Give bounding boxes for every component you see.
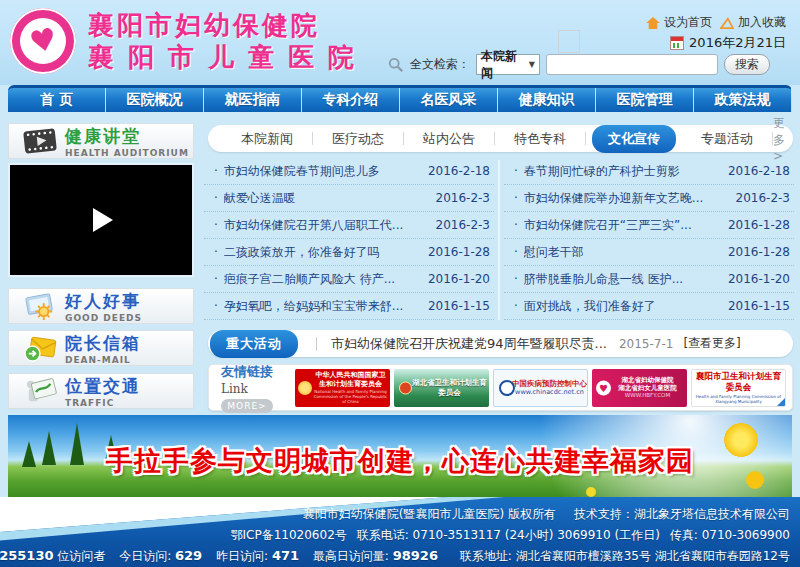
tab-hospital-news[interactable]: 本院新闻 xyxy=(222,132,313,145)
sidebar-item-traffic[interactable]: 位置交通 TRAFFIC xyxy=(8,373,194,409)
bullet: · xyxy=(514,164,518,178)
news-item[interactable]: ·市妇幼保健院春节期间患儿多2016-2-18 xyxy=(204,158,494,185)
news-title: 市妇幼保健院召开“三严三实”... xyxy=(524,217,728,234)
quick-links: 设为首页 加入收藏 xyxy=(646,14,786,31)
fax-text: 传真: 0710-3069900 xyxy=(670,528,790,542)
chevron-down-icon: ▼ xyxy=(529,60,535,69)
news-item[interactable]: ·献爱心送温暖2016-2-3 xyxy=(204,185,494,212)
sidebar-item-good-deeds[interactable]: 好人好事 GOOD DEEDS xyxy=(8,288,194,324)
nav-item-overview[interactable]: 医院概况 xyxy=(106,88,204,112)
news-item[interactable]: ·慰问老干部2016-1-28 xyxy=(504,239,794,266)
search-input[interactable] xyxy=(546,54,718,75)
partner-logo-xiangyang-health-commission[interactable]: 襄阳市卫生和计划生育委员会 Health and Family Planning… xyxy=(691,369,786,407)
tab-special-departments[interactable]: 特色专科 xyxy=(495,132,586,145)
nav-item-home[interactable]: 首 页 xyxy=(8,88,106,112)
links-more-button[interactable]: MORE> xyxy=(221,399,273,413)
set-home-label: 设为首页 xyxy=(664,14,712,31)
friendship-links-label: 友情链接 Link MORE> xyxy=(221,363,295,413)
column-divider xyxy=(498,160,500,320)
set-home-link[interactable]: 设为首页 xyxy=(646,14,712,31)
add-favorite-link[interactable]: 加入收藏 xyxy=(720,14,786,31)
major-event-badge[interactable]: 重大活动 xyxy=(210,330,298,358)
tab-medical-trends[interactable]: 医疗动态 xyxy=(313,132,404,145)
nav-item-management[interactable]: 医院管理 xyxy=(596,88,694,112)
bullet: · xyxy=(214,191,218,205)
nav-item-guide[interactable]: 就医指南 xyxy=(204,88,302,112)
search-category-select[interactable]: 本院新闻 ▼ xyxy=(476,54,540,75)
nav-item-policy[interactable]: 政策法规 xyxy=(694,88,792,112)
news-item[interactable]: ·春节期间忙碌的产科护士剪影2016-2-18 xyxy=(504,158,794,185)
sun-photo-icon xyxy=(23,292,57,320)
yesterday-label: 昨日访问: xyxy=(216,549,268,563)
nav-item-health-knowledge[interactable]: 健康知识 xyxy=(498,88,596,112)
news-column-left: ·市妇幼保健院春节期间患儿多2016-2-18 ·献爱心送温暖2016-2-3 … xyxy=(204,158,494,324)
tab-site-notices[interactable]: 站内公告 xyxy=(404,132,495,145)
partner-logo-china-cdc[interactable]: 中国疾病预防控制中心 www.chinacdc.net.cn xyxy=(493,369,588,407)
max-label: 最高日访问量: xyxy=(313,549,389,563)
sidebar-label-zh: 好人好事 xyxy=(65,290,142,313)
nav-item-doctors[interactable]: 名医风采 xyxy=(400,88,498,112)
search-button[interactable]: 搜索 xyxy=(724,54,770,75)
phone-text: 联系电话: 0710-3513117 (24小时) 3069910 (工作日) xyxy=(357,528,660,542)
header: ♥ 襄阳市妇幼保健院 襄阳市儿童医院 设为首页 加入收藏 2016年2月21日 xyxy=(0,0,800,85)
news-date: 2016-2-3 xyxy=(436,218,490,232)
partner-logo-hubei-mch-hospital[interactable]: ♥ 湖北省妇幼保健院 湖北省妇女儿童医院 WWW.HBFY.COM xyxy=(592,369,687,407)
footer-line-stats: 您是本站第 1255130 位访问者 今日访问: 629 昨日访问: 471 最… xyxy=(0,548,790,565)
news-item[interactable]: ·市妇幼保健院召开第八届职工代...2016-2-3 xyxy=(204,212,494,239)
nav-item-departments[interactable]: 专科介绍 xyxy=(302,88,400,112)
news-tabbar: 本院新闻 医疗动态 站内公告 特色专科 文化宣传 专题活动 更多> xyxy=(208,125,793,152)
links-title-zh: 友情链接 xyxy=(221,364,273,379)
news-item[interactable]: ·疤痕子宫二胎顺产风险大 待产...2016-1-20 xyxy=(204,266,494,293)
content: 健康讲堂 HEALTH AUDITORIUM 好人好事 xyxy=(0,112,800,415)
today-count: 629 xyxy=(175,548,202,563)
news-lists: ·市妇幼保健院春节期间患儿多2016-2-18 ·献爱心送温暖2016-2-3 … xyxy=(204,158,794,324)
logo-text: 襄阳市卫生和计划生育委员会 xyxy=(692,371,785,392)
news-date: 2016-2-18 xyxy=(428,164,490,178)
news-item[interactable]: ·市妇幼保健院召开“三严三实”...2016-1-28 xyxy=(504,212,794,239)
tab-special-activities[interactable]: 专题活动 xyxy=(682,132,773,145)
sidebar-item-health-lecture[interactable]: 健康讲堂 HEALTH AUDITORIUM xyxy=(8,123,194,159)
news-date: 2016-1-15 xyxy=(728,299,790,313)
major-event-band: 重大活动 市妇幼保健院召开庆祝建党94周年暨履职尽责... 2015-7-1 [… xyxy=(208,330,793,357)
news-title: 二孩政策放开，你准备好了吗 xyxy=(224,244,428,261)
news-item[interactable]: ·孕妇氧吧，给妈妈和宝宝带来舒...2016-1-15 xyxy=(204,293,494,320)
bullet: · xyxy=(214,272,218,286)
news-item[interactable]: ·市妇幼保健院举办迎新年文艺晚...2016-2-3 xyxy=(504,185,794,212)
sidebar-item-dean-mail[interactable]: 院长信箱 DEAN-MAIL xyxy=(8,330,194,366)
bookmark-icon xyxy=(720,17,734,29)
visitor-count: 1255130 xyxy=(0,548,54,563)
sidebar-label-zh: 健康讲堂 xyxy=(65,125,189,148)
max-count: 98926 xyxy=(393,548,438,563)
visitors-suffix: 位访问者 xyxy=(57,549,105,563)
partner-logo-hubei-health-commission[interactable]: 湖北省卫生和计划生育委员会 xyxy=(394,369,489,407)
news-title: 面对挑战，我们准备好了 xyxy=(524,298,728,315)
hospital-logo-inner: ♥ xyxy=(20,18,66,64)
news-date: 2016-1-20 xyxy=(428,272,490,286)
news-title: 孕妇氧吧，给妈妈和宝宝带来舒... xyxy=(224,298,428,315)
banner-slogan: 手拉手参与文明城市创建，心连心共建幸福家园 xyxy=(8,443,792,479)
search-bar: 全文检索： 本院新闻 ▼ 搜索 xyxy=(388,54,770,75)
placeholder-box xyxy=(558,30,580,53)
major-event-more-link[interactable]: [查看更多] xyxy=(683,335,740,352)
hospital-name-line2: 襄阳市儿童医院 xyxy=(88,41,368,73)
magnifier-icon xyxy=(388,57,404,73)
divider xyxy=(316,337,317,351)
news-item[interactable]: ·脐带脱垂胎儿命悬一线 医护...2016-1-20 xyxy=(504,266,794,293)
current-date: 2016年2月21日 xyxy=(689,34,786,52)
news-item-clipped[interactable]: ·市妇幼保健院干部党员学习《准则》和...2016-1-15 xyxy=(204,320,494,324)
date-row: 2016年2月21日 xyxy=(670,34,786,52)
video-player[interactable] xyxy=(8,163,194,277)
news-item[interactable]: ·二孩政策放开，你准备好了吗2016-1-28 xyxy=(204,239,494,266)
partner-logo-national-health-commission[interactable]: 中华人民共和国国家卫生和计划生育委员会 National Health and … xyxy=(295,369,390,407)
tab-culture-active[interactable]: 文化宣传 xyxy=(592,125,676,153)
news-title: 慰问老干部 xyxy=(524,244,728,261)
tabs-more-link[interactable]: 更多> xyxy=(773,115,785,163)
globe-icon xyxy=(499,380,515,396)
news-title: 脐带脱垂胎儿命悬一线 医护... xyxy=(524,271,728,288)
news-date: 2016-1-28 xyxy=(728,245,790,259)
major-event-title[interactable]: 市妇幼保健院召开庆祝建党94周年暨履职尽责... xyxy=(331,335,607,353)
news-item[interactable]: ·面对挑战，我们准备好了2016-1-15 xyxy=(504,293,794,320)
today-label: 今日访问: xyxy=(119,549,171,563)
news-date: 2016-1-28 xyxy=(428,245,490,259)
copyright-text: 襄阳市妇幼保健院(暨襄阳市儿童医院) 版权所有 xyxy=(303,507,556,521)
